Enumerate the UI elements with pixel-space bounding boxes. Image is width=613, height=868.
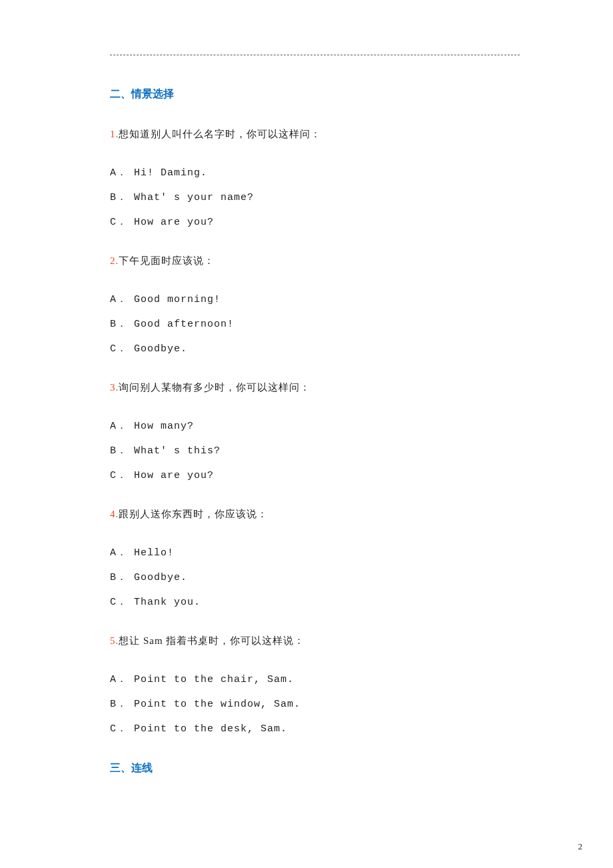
choice-list: A． Good morning! B． Good afternoon! C． G… [110,293,526,355]
choice-option: A． How many? [110,419,526,432]
choice-option: C． How are you? [110,469,526,481]
document-page: 二、情景选择 1.想知道别人叫什么名字时，你可以这样问： A． Hi! Dami… [0,0,613,775]
question-text: 想让 Sam 指着书桌时，你可以这样说： [119,635,305,646]
choice-option: B． Good afternoon! [110,317,526,330]
choice-option: A． Point to the chair, Sam. [110,673,526,685]
choice-option: B． Goodbye. [110,571,526,583]
choice-option: B． What' s this? [110,444,526,457]
question-number: 5. [110,635,119,646]
horizontal-rule [110,55,520,55]
choice-list: A． How many? B． What' s this? C． How are… [110,419,526,481]
question-prompt: 1.想知道别人叫什么名字时，你可以这样问： [110,128,526,141]
choice-list: A． Point to the chair, Sam. B． Point to … [110,673,526,735]
question-text: 想知道别人叫什么名字时，你可以这样问： [119,129,321,139]
question-number: 1. [110,129,119,139]
choice-option: A． Hi! Daming. [110,166,526,179]
question-prompt: 3.询问别人某物有多少时，你可以这样问： [110,381,526,394]
question-text: 下午见面时应该说： [119,255,215,266]
choice-option: A． Hello! [110,546,526,559]
question-text: 询问别人某物有多少时，你可以这样问： [119,382,310,393]
choice-list: A． Hi! Daming. B． What' s your name? C． … [110,166,526,228]
question-number: 2. [110,255,119,266]
section-heading-2: 二、情景选择 [110,87,526,101]
choice-option: C． Point to the desk, Sam. [110,722,526,735]
question-text: 跟别人送你东西时，你应该说： [119,509,268,519]
section-heading-3: 三、连线 [110,761,526,775]
choice-list: A． Hello! B． Goodbye. C． Thank you. [110,546,526,608]
choice-option: C． Goodbye. [110,342,526,355]
page-number: 2 [578,841,583,852]
choice-option: A． Good morning! [110,293,526,305]
question-number: 3. [110,382,119,393]
choice-option: C． Thank you. [110,595,526,608]
choice-option: C． How are you? [110,215,526,228]
choice-option: B． What' s your name? [110,191,526,203]
question-prompt: 5.想让 Sam 指着书桌时，你可以这样说： [110,635,526,647]
choice-option: B． Point to the window, Sam. [110,697,526,710]
question-prompt: 2.下午见面时应该说： [110,255,526,267]
question-number: 4. [110,509,119,519]
question-prompt: 4.跟别人送你东西时，你应该说： [110,508,526,521]
